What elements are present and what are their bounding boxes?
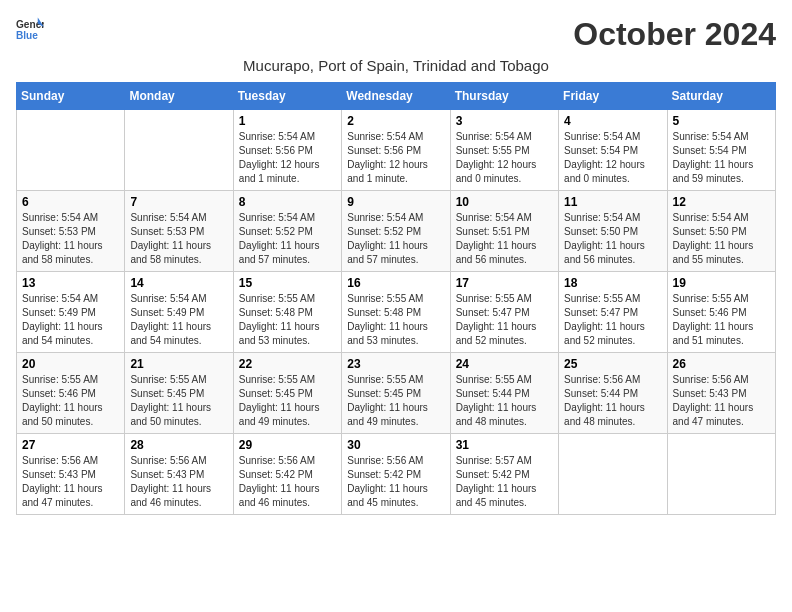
day-number: 7 [130, 195, 227, 209]
day-number: 2 [347, 114, 444, 128]
day-info: Sunrise: 5:55 AM Sunset: 5:45 PM Dayligh… [347, 373, 444, 429]
calendar-cell: 5Sunrise: 5:54 AM Sunset: 5:54 PM Daylig… [667, 110, 775, 191]
calendar-cell [667, 434, 775, 515]
day-number: 6 [22, 195, 119, 209]
day-info: Sunrise: 5:54 AM Sunset: 5:49 PM Dayligh… [130, 292, 227, 348]
day-info: Sunrise: 5:56 AM Sunset: 5:43 PM Dayligh… [673, 373, 770, 429]
day-number: 29 [239, 438, 336, 452]
calendar-week-row: 13Sunrise: 5:54 AM Sunset: 5:49 PM Dayli… [17, 272, 776, 353]
day-number: 14 [130, 276, 227, 290]
day-number: 24 [456, 357, 553, 371]
day-number: 27 [22, 438, 119, 452]
calendar-cell: 8Sunrise: 5:54 AM Sunset: 5:52 PM Daylig… [233, 191, 341, 272]
day-number: 22 [239, 357, 336, 371]
page-subtitle: Mucurapo, Port of Spain, Trinidad and To… [16, 57, 776, 74]
day-number: 1 [239, 114, 336, 128]
page-title: October 2024 [573, 16, 776, 53]
day-info: Sunrise: 5:54 AM Sunset: 5:50 PM Dayligh… [564, 211, 661, 267]
day-info: Sunrise: 5:54 AM Sunset: 5:51 PM Dayligh… [456, 211, 553, 267]
calendar-cell: 28Sunrise: 5:56 AM Sunset: 5:43 PM Dayli… [125, 434, 233, 515]
calendar-cell: 18Sunrise: 5:55 AM Sunset: 5:47 PM Dayli… [559, 272, 667, 353]
calendar-cell: 15Sunrise: 5:55 AM Sunset: 5:48 PM Dayli… [233, 272, 341, 353]
day-info: Sunrise: 5:55 AM Sunset: 5:47 PM Dayligh… [564, 292, 661, 348]
day-info: Sunrise: 5:54 AM Sunset: 5:54 PM Dayligh… [564, 130, 661, 186]
calendar-cell: 13Sunrise: 5:54 AM Sunset: 5:49 PM Dayli… [17, 272, 125, 353]
weekday-header: Saturday [667, 83, 775, 110]
weekday-header: Friday [559, 83, 667, 110]
day-info: Sunrise: 5:56 AM Sunset: 5:43 PM Dayligh… [22, 454, 119, 510]
logo-icon: General Blue [16, 16, 44, 44]
day-number: 20 [22, 357, 119, 371]
day-info: Sunrise: 5:55 AM Sunset: 5:46 PM Dayligh… [22, 373, 119, 429]
day-number: 3 [456, 114, 553, 128]
day-info: Sunrise: 5:54 AM Sunset: 5:56 PM Dayligh… [347, 130, 444, 186]
calendar-cell [17, 110, 125, 191]
day-info: Sunrise: 5:54 AM Sunset: 5:54 PM Dayligh… [673, 130, 770, 186]
day-info: Sunrise: 5:54 AM Sunset: 5:53 PM Dayligh… [22, 211, 119, 267]
weekday-header: Thursday [450, 83, 558, 110]
calendar-cell: 2Sunrise: 5:54 AM Sunset: 5:56 PM Daylig… [342, 110, 450, 191]
calendar-cell [125, 110, 233, 191]
day-number: 18 [564, 276, 661, 290]
day-info: Sunrise: 5:56 AM Sunset: 5:42 PM Dayligh… [347, 454, 444, 510]
calendar-cell: 27Sunrise: 5:56 AM Sunset: 5:43 PM Dayli… [17, 434, 125, 515]
day-number: 17 [456, 276, 553, 290]
day-number: 8 [239, 195, 336, 209]
calendar-cell [559, 434, 667, 515]
weekday-header: Wednesday [342, 83, 450, 110]
svg-text:Blue: Blue [16, 30, 38, 41]
day-number: 15 [239, 276, 336, 290]
calendar-cell: 16Sunrise: 5:55 AM Sunset: 5:48 PM Dayli… [342, 272, 450, 353]
calendar-cell: 19Sunrise: 5:55 AM Sunset: 5:46 PM Dayli… [667, 272, 775, 353]
calendar-cell: 24Sunrise: 5:55 AM Sunset: 5:44 PM Dayli… [450, 353, 558, 434]
calendar-cell: 4Sunrise: 5:54 AM Sunset: 5:54 PM Daylig… [559, 110, 667, 191]
day-number: 25 [564, 357, 661, 371]
calendar-cell: 17Sunrise: 5:55 AM Sunset: 5:47 PM Dayli… [450, 272, 558, 353]
day-number: 13 [22, 276, 119, 290]
calendar-cell: 26Sunrise: 5:56 AM Sunset: 5:43 PM Dayli… [667, 353, 775, 434]
calendar-cell: 22Sunrise: 5:55 AM Sunset: 5:45 PM Dayli… [233, 353, 341, 434]
day-info: Sunrise: 5:57 AM Sunset: 5:42 PM Dayligh… [456, 454, 553, 510]
day-number: 5 [673, 114, 770, 128]
day-info: Sunrise: 5:54 AM Sunset: 5:52 PM Dayligh… [239, 211, 336, 267]
logo: General Blue [16, 16, 44, 44]
day-info: Sunrise: 5:55 AM Sunset: 5:48 PM Dayligh… [347, 292, 444, 348]
day-number: 23 [347, 357, 444, 371]
calendar-cell: 29Sunrise: 5:56 AM Sunset: 5:42 PM Dayli… [233, 434, 341, 515]
calendar-week-row: 6Sunrise: 5:54 AM Sunset: 5:53 PM Daylig… [17, 191, 776, 272]
calendar-cell: 23Sunrise: 5:55 AM Sunset: 5:45 PM Dayli… [342, 353, 450, 434]
day-info: Sunrise: 5:56 AM Sunset: 5:42 PM Dayligh… [239, 454, 336, 510]
calendar-cell: 31Sunrise: 5:57 AM Sunset: 5:42 PM Dayli… [450, 434, 558, 515]
calendar-cell: 11Sunrise: 5:54 AM Sunset: 5:50 PM Dayli… [559, 191, 667, 272]
day-number: 30 [347, 438, 444, 452]
day-info: Sunrise: 5:54 AM Sunset: 5:52 PM Dayligh… [347, 211, 444, 267]
day-info: Sunrise: 5:56 AM Sunset: 5:44 PM Dayligh… [564, 373, 661, 429]
calendar-cell: 10Sunrise: 5:54 AM Sunset: 5:51 PM Dayli… [450, 191, 558, 272]
day-number: 10 [456, 195, 553, 209]
day-number: 21 [130, 357, 227, 371]
weekday-header: Monday [125, 83, 233, 110]
calendar-week-row: 27Sunrise: 5:56 AM Sunset: 5:43 PM Dayli… [17, 434, 776, 515]
calendar-table: SundayMondayTuesdayWednesdayThursdayFrid… [16, 82, 776, 515]
day-info: Sunrise: 5:56 AM Sunset: 5:43 PM Dayligh… [130, 454, 227, 510]
day-number: 26 [673, 357, 770, 371]
day-info: Sunrise: 5:55 AM Sunset: 5:45 PM Dayligh… [130, 373, 227, 429]
day-number: 16 [347, 276, 444, 290]
calendar-cell: 3Sunrise: 5:54 AM Sunset: 5:55 PM Daylig… [450, 110, 558, 191]
calendar-cell: 9Sunrise: 5:54 AM Sunset: 5:52 PM Daylig… [342, 191, 450, 272]
day-info: Sunrise: 5:55 AM Sunset: 5:44 PM Dayligh… [456, 373, 553, 429]
calendar-week-row: 1Sunrise: 5:54 AM Sunset: 5:56 PM Daylig… [17, 110, 776, 191]
day-info: Sunrise: 5:54 AM Sunset: 5:55 PM Dayligh… [456, 130, 553, 186]
day-info: Sunrise: 5:55 AM Sunset: 5:45 PM Dayligh… [239, 373, 336, 429]
day-info: Sunrise: 5:55 AM Sunset: 5:48 PM Dayligh… [239, 292, 336, 348]
day-info: Sunrise: 5:54 AM Sunset: 5:50 PM Dayligh… [673, 211, 770, 267]
day-info: Sunrise: 5:55 AM Sunset: 5:46 PM Dayligh… [673, 292, 770, 348]
page-header: General Blue October 2024 [16, 16, 776, 53]
day-number: 11 [564, 195, 661, 209]
day-info: Sunrise: 5:54 AM Sunset: 5:49 PM Dayligh… [22, 292, 119, 348]
calendar-cell: 1Sunrise: 5:54 AM Sunset: 5:56 PM Daylig… [233, 110, 341, 191]
day-number: 28 [130, 438, 227, 452]
day-number: 31 [456, 438, 553, 452]
calendar-week-row: 20Sunrise: 5:55 AM Sunset: 5:46 PM Dayli… [17, 353, 776, 434]
day-number: 19 [673, 276, 770, 290]
